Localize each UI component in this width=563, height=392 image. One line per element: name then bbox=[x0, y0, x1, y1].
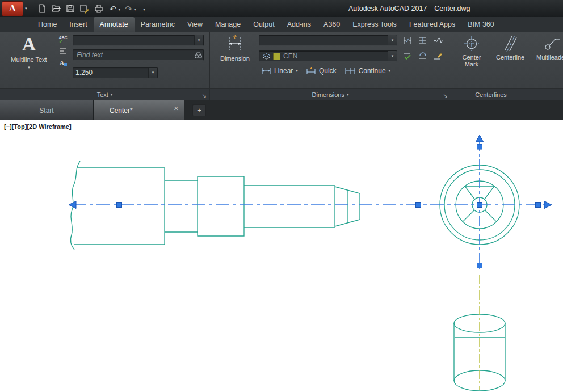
continue-dimension-button[interactable]: Continue ▾ bbox=[344, 67, 391, 75]
dim-edit-button[interactable] bbox=[431, 51, 445, 61]
redo-caret-icon[interactable]: ▾ bbox=[134, 7, 136, 12]
grip-square[interactable] bbox=[477, 263, 482, 268]
plus-icon: + bbox=[197, 106, 201, 115]
customize-qat-button[interactable]: ▾ bbox=[137, 2, 152, 15]
text-height-dropdown[interactable]: 1.250 ▾ bbox=[73, 67, 158, 78]
tab-view[interactable]: View bbox=[181, 17, 209, 32]
grip-square[interactable] bbox=[117, 203, 122, 208]
dim-inspect-icon bbox=[402, 52, 413, 61]
dim-jog-line-icon bbox=[433, 36, 443, 45]
text-style-dropdown[interactable]: ▾ bbox=[73, 35, 204, 46]
shaft-collar[interactable] bbox=[198, 176, 244, 236]
centerline-entities[interactable] bbox=[73, 141, 548, 390]
panel-text: A Multiline Text ▾ ABC ✓ bbox=[0, 32, 210, 100]
tab-featured-apps[interactable]: Featured Apps bbox=[403, 17, 461, 32]
new-drawing-tab-button[interactable]: + bbox=[192, 104, 206, 116]
tab-parametric[interactable]: Parametric bbox=[135, 17, 181, 32]
open-file-button[interactable] bbox=[49, 2, 64, 15]
dimension-label: Dimension bbox=[220, 55, 250, 62]
panel-dimensions-title: Dimensions bbox=[312, 91, 344, 98]
shaft-step-1[interactable] bbox=[165, 180, 198, 232]
file-tab-close-icon[interactable]: ✕ bbox=[174, 106, 179, 112]
center-mark-button[interactable]: Center Mark bbox=[455, 33, 489, 88]
grip-arrow-right[interactable] bbox=[544, 201, 552, 209]
multiline-text-caret-icon: ▾ bbox=[28, 65, 30, 69]
tab-addins[interactable]: Add-ins bbox=[281, 17, 317, 32]
panel-leaders-footer[interactable] bbox=[531, 88, 563, 100]
quick-access-toolbar: ↶ ▾ ↷ ▾ ▾ bbox=[35, 2, 152, 15]
dim-layer-value: CEN bbox=[283, 52, 297, 60]
plot-icon bbox=[94, 3, 104, 14]
tab-bim360[interactable]: BIM 360 bbox=[461, 17, 501, 32]
grip-square[interactable] bbox=[416, 203, 421, 208]
multileader-button[interactable]: Multileader bbox=[535, 33, 563, 88]
centerline-icon bbox=[501, 34, 519, 52]
dim-inspect-button[interactable] bbox=[401, 51, 414, 61]
check-spelling-button[interactable]: ABC ✓ bbox=[56, 35, 70, 45]
drawing-area[interactable]: [−][Top][2D Wireframe] bbox=[0, 120, 563, 392]
redo-icon: ↷ bbox=[125, 5, 132, 13]
grip-arrow-left[interactable] bbox=[69, 201, 76, 209]
application-menu-caret-icon[interactable]: ▾ bbox=[25, 6, 27, 11]
text-align-button[interactable] bbox=[56, 46, 70, 56]
panel-dimensions-footer[interactable]: Dimensions ▾ ↘ bbox=[210, 88, 451, 100]
find-text-input[interactable] bbox=[75, 50, 193, 60]
grip-square[interactable] bbox=[536, 203, 541, 208]
plot-button[interactable] bbox=[92, 2, 106, 15]
dim-layer-dropdown[interactable]: CEN ▾ bbox=[259, 50, 397, 62]
panel-text-footer[interactable]: Text ▾ ↘ bbox=[0, 88, 209, 100]
application-menu-button[interactable]: A bbox=[2, 1, 23, 16]
dim-adjust-space-button[interactable] bbox=[416, 35, 430, 45]
tab-output[interactable]: Output bbox=[247, 17, 281, 32]
file-tab-start[interactable]: Start bbox=[0, 100, 94, 120]
undo-icon: ↶ bbox=[110, 5, 117, 13]
new-file-button[interactable] bbox=[35, 2, 49, 15]
tab-annotate[interactable]: Annotate bbox=[94, 17, 135, 32]
dim-jog-line-button[interactable] bbox=[431, 35, 445, 45]
save-button[interactable] bbox=[64, 2, 78, 15]
panel-text-caret-icon: ▾ bbox=[111, 92, 113, 97]
text-height-caret-icon: ▾ bbox=[148, 68, 157, 78]
tab-a360[interactable]: A360 bbox=[317, 17, 346, 32]
tab-manage[interactable]: Manage bbox=[209, 17, 247, 32]
shaft-side-view[interactable] bbox=[70, 161, 360, 250]
dimension-button[interactable]: Dimension bbox=[213, 33, 257, 88]
save-as-button[interactable] bbox=[78, 2, 92, 15]
multiline-text-button[interactable]: A Multiline Text ▾ bbox=[3, 33, 54, 88]
panel-centerlines-footer[interactable]: Centerlines bbox=[451, 88, 531, 100]
tab-express-tools[interactable]: Express Tools bbox=[346, 17, 403, 32]
dim-break-button[interactable] bbox=[401, 35, 414, 45]
drawing-svg[interactable] bbox=[0, 120, 563, 392]
grip-arrow-top[interactable] bbox=[476, 135, 484, 142]
dimensions-dialog-launcher[interactable]: ↘ bbox=[443, 93, 448, 99]
check-spelling-icon: ABC ✓ bbox=[58, 36, 67, 44]
center-mark-label: Center Mark bbox=[463, 54, 481, 68]
dim-layer-caret-icon: ▾ bbox=[388, 51, 397, 61]
centerline-button[interactable]: Centerline bbox=[492, 33, 528, 88]
multiline-text-label: Multiline Text bbox=[11, 56, 47, 63]
file-tab-center[interactable]: Center* ✕ bbox=[94, 100, 184, 120]
dim-update-button[interactable] bbox=[416, 51, 430, 61]
quick-dimension-button[interactable]: Quick bbox=[306, 67, 337, 75]
viewport-visual-style-control[interactable]: [2D Wireframe] bbox=[27, 123, 71, 130]
customize-caret-icon: ▾ bbox=[143, 7, 145, 12]
dim-style-caret-icon: ▾ bbox=[388, 35, 397, 45]
shaft-tip[interactable] bbox=[335, 187, 360, 226]
product-name: Autodesk AutoCAD 2017 bbox=[348, 5, 427, 12]
tab-home[interactable]: Home bbox=[32, 17, 63, 32]
grip-square[interactable] bbox=[477, 144, 482, 149]
dim-style-dropdown[interactable]: ▾ bbox=[259, 35, 397, 46]
undo-caret-icon[interactable]: ▾ bbox=[119, 7, 121, 12]
text-style-button[interactable]: A bbox=[56, 57, 70, 68]
linear-dimension-button[interactable]: Linear ▾ bbox=[261, 67, 298, 75]
svg-text:A: A bbox=[60, 59, 64, 66]
shaft-body[interactable] bbox=[244, 186, 335, 227]
tab-insert[interactable]: Insert bbox=[63, 17, 93, 32]
viewport-control-menu[interactable]: [−] bbox=[4, 123, 12, 130]
text-dialog-launcher[interactable]: ↘ bbox=[202, 93, 207, 99]
text-style-icon: A bbox=[58, 58, 68, 67]
ribbon: A Multiline Text ▾ ABC ✓ bbox=[0, 32, 563, 100]
grip-square-center[interactable] bbox=[477, 203, 482, 208]
find-text-field[interactable] bbox=[73, 49, 204, 61]
viewport-view-control[interactable]: [Top] bbox=[12, 123, 27, 130]
